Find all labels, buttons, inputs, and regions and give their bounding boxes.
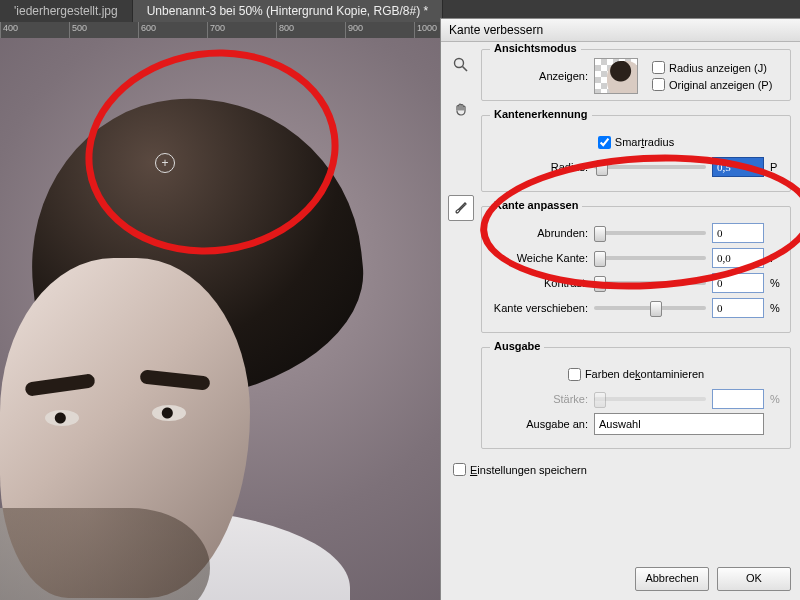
- show-original-input[interactable]: [652, 78, 665, 91]
- shift-edge-label: Kante verschieben:: [492, 302, 588, 314]
- group-view-mode: Ansichtsmodus Anzeigen: Radius anzeigen …: [481, 49, 791, 101]
- ruler-tick: 700: [207, 22, 276, 38]
- decontaminate-input[interactable]: [568, 368, 581, 381]
- smart-radius-checkbox[interactable]: Smartradius: [598, 136, 674, 149]
- dialog-title: Kante verbessern: [441, 19, 800, 42]
- show-preview-label: Anzeigen:: [492, 70, 588, 82]
- shift-edge-value-input[interactable]: 0: [712, 298, 764, 318]
- output-to-label: Ausgabe an:: [492, 418, 588, 430]
- remember-settings-input[interactable]: [453, 463, 466, 476]
- document-tab-label: 'iederhergestellt.jpg: [14, 4, 118, 18]
- document-tab-label: Unbenannt-3 bei 50% (Hintergrund Kopie, …: [147, 4, 429, 18]
- amount-label: Stärke:: [492, 393, 588, 405]
- show-original-checkbox[interactable]: Original anzeigen (P): [652, 78, 772, 91]
- remember-settings-label: Einstellungen speichern: [470, 464, 587, 476]
- ruler-tick: 400: [0, 22, 69, 38]
- ok-button[interactable]: OK: [717, 567, 791, 591]
- document-tab-2[interactable]: Unbenannt-3 bei 50% (Hintergrund Kopie, …: [133, 0, 444, 22]
- group-legend: Kantenerkennung: [490, 108, 592, 120]
- portrait-eye: [152, 405, 186, 421]
- refine-edge-dialog: Kante verbessern Ansichtsmodus Anzeigen:…: [440, 18, 800, 600]
- remember-settings-checkbox[interactable]: Einstellungen speichern: [453, 463, 587, 476]
- ruler-tick: 800: [276, 22, 345, 38]
- decontaminate-label: Farben dekontaminieren: [585, 368, 704, 380]
- decontaminate-checkbox[interactable]: Farben dekontaminieren: [568, 368, 704, 381]
- group-output: Ausgabe Farben dekontaminieren Stärke: %…: [481, 347, 791, 449]
- group-legend: Ausgabe: [490, 340, 544, 352]
- show-radius-input[interactable]: [652, 61, 665, 74]
- smart-radius-input[interactable]: [598, 136, 611, 149]
- ruler-tick: 600: [138, 22, 207, 38]
- portrait-eye: [45, 410, 79, 426]
- portrait-beard: [0, 508, 210, 600]
- amount-value-input: [712, 389, 764, 409]
- contrast-unit: %: [770, 277, 780, 289]
- shift-edge-slider[interactable]: [594, 306, 706, 310]
- output-to-value: Auswahl: [599, 418, 641, 430]
- show-radius-checkbox[interactable]: Radius anzeigen (J): [652, 61, 772, 74]
- show-radius-label: Radius anzeigen (J): [669, 62, 767, 74]
- ruler-tick: 500: [69, 22, 138, 38]
- cancel-button[interactable]: Abbrechen: [635, 567, 709, 591]
- shift-edge-unit: %: [770, 302, 780, 314]
- smart-radius-label: Smartradius: [615, 136, 674, 148]
- ruler-tick: 900: [345, 22, 414, 38]
- amount-unit: %: [770, 393, 780, 405]
- document-tab-1[interactable]: 'iederhergestellt.jpg: [0, 0, 133, 22]
- amount-slider: [594, 397, 706, 401]
- preview-thumbnail[interactable]: [594, 58, 638, 94]
- group-legend: Ansichtsmodus: [490, 42, 581, 54]
- show-original-label: Original anzeigen (P): [669, 79, 772, 91]
- output-to-select[interactable]: Auswahl: [594, 413, 764, 435]
